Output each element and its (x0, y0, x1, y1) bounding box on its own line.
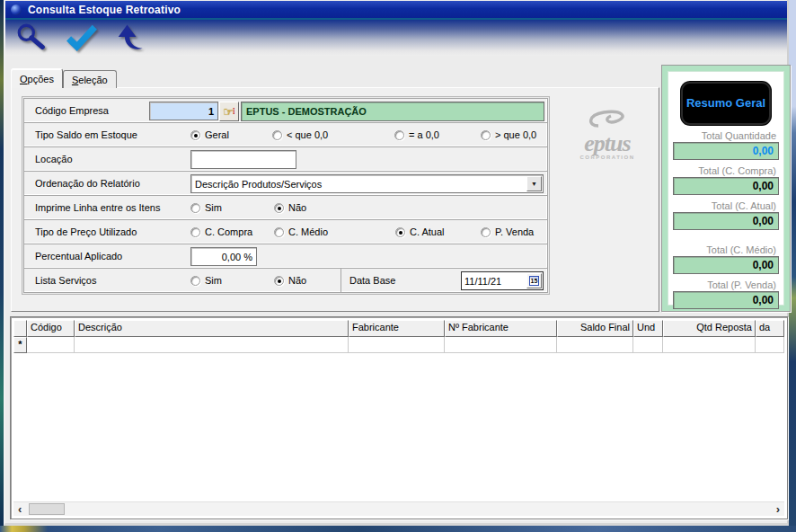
radio-icon (274, 203, 284, 213)
eptus-swirl-icon (582, 108, 632, 131)
tab-selecao[interactable]: Seleção (63, 70, 117, 88)
calendar-button[interactable]: 15 (526, 273, 542, 288)
total-p-venda-value: 0,00 (753, 294, 774, 306)
app-window: Consulta Estoque Retroativo Opções Seleç… (4, 0, 789, 526)
check-icon (66, 23, 98, 52)
radio-menor-que-zero[interactable]: < que 0,0 (272, 129, 328, 140)
grid-new-row: * (13, 337, 784, 353)
tab-page-opcoes: Código Empresa 1 ☞⁞ EPTUS - DEMOSTRAÇÃO … (11, 87, 659, 312)
toolbar (5, 20, 787, 56)
row-codigo-empresa: Código Empresa 1 ☞⁞ EPTUS - DEMOSTRAÇÃO (23, 98, 548, 123)
radio-icon (394, 130, 404, 140)
radio-servicos-sim[interactable]: Sim (190, 275, 222, 286)
eptus-logo-subtitle: CORPORATION (562, 155, 653, 160)
data-base-value[interactable]: 11/11/21 (462, 276, 526, 287)
radio-imprime-sim[interactable]: Sim (190, 202, 222, 213)
grid-cell-fabricante[interactable] (349, 337, 445, 353)
resumo-panel: Resumo Geral Total Quantidade 0,00 Total… (661, 65, 791, 312)
ordenacao-selected-value: Descrição Produtos/Serviços (191, 179, 526, 190)
total-c-medio-label: Total (C. Médio) (673, 244, 779, 255)
codigo-empresa-input[interactable]: 1 (149, 102, 218, 120)
radio-imprime-nao[interactable]: Não (274, 202, 306, 213)
resumo-geral-button[interactable]: Resumo Geral (681, 82, 771, 125)
radio-maior-que-zero[interactable]: > que 0,0 (481, 129, 536, 140)
desktop-wallpaper-bottom (0, 526, 796, 532)
total-c-atual-field: 0,00 (673, 212, 779, 230)
total-c-atual-label: Total (C. Atual) (673, 200, 779, 211)
grid-cell-n-fabricante[interactable] (445, 337, 557, 353)
tipo-preco-label: Tipo de Preço Utilizado (35, 226, 137, 237)
data-base-box: Data Base 11/11/21 15 (341, 268, 548, 293)
grid-cell-saldo-final[interactable] (557, 337, 633, 353)
col-header-und[interactable]: Und (633, 320, 663, 337)
ordenacao-dropdown[interactable]: Descrição Produtos/Serviços ▼ (190, 174, 544, 193)
percentual-input[interactable]: 0,00 % (190, 247, 257, 266)
total-c-medio-value: 0,00 (753, 259, 774, 271)
radio-icon (395, 227, 405, 237)
total-quantidade-label: Total Quantidade (673, 130, 779, 141)
empresa-lookup-button[interactable]: ☞⁞ (219, 102, 239, 121)
grid-cell-und[interactable] (633, 337, 663, 353)
col-header-indicator[interactable] (13, 320, 27, 337)
radio-icon (272, 130, 282, 140)
row-imprime-linha: Imprime Linha entre os Itens Sim Não (23, 195, 548, 220)
radio-c-medio[interactable]: C. Médio (274, 226, 328, 237)
results-grid: Código Descrição Fabricante Nº Fabricant… (10, 316, 788, 519)
eptus-logo-text: eptus (562, 135, 653, 154)
scroll-left-arrow-icon[interactable]: ‹ (18, 502, 22, 516)
radio-icon (190, 203, 200, 213)
row-percentual: Percentual Aplicado 0,00 % (23, 244, 548, 269)
data-base-input[interactable]: 11/11/21 15 (461, 271, 544, 290)
radio-igual-a-zero[interactable]: = a 0,0 (394, 129, 439, 140)
back-arrow-icon (116, 22, 148, 54)
total-c-compra-label: Total (C. Compra) (673, 165, 779, 176)
locacao-label: Locação (35, 154, 73, 164)
lista-servicos-label: Lista Serviços (35, 275, 96, 286)
grid-cell-qtd-reposta[interactable] (663, 337, 756, 353)
row-locacao: Locação (23, 146, 548, 172)
radio-c-atual[interactable]: C. Atual (395, 226, 445, 237)
search-button[interactable] (13, 21, 50, 55)
locacao-input[interactable] (190, 150, 296, 169)
grid-cell-descricao[interactable] (75, 337, 349, 353)
grid-cell-da[interactable] (756, 337, 784, 353)
radio-geral[interactable]: Geral (190, 129, 229, 140)
imprime-linha-label: Imprime Linha entre os Itens (35, 202, 160, 213)
resumo-panel-inner: Resumo Geral Total Quantidade 0,00 Total… (668, 71, 784, 306)
col-header-codigo[interactable]: Código (27, 320, 75, 337)
radio-servicos-nao[interactable]: Não (274, 275, 306, 286)
back-button[interactable] (113, 21, 151, 55)
tab-opcoes[interactable]: Opções (11, 68, 63, 88)
grid-cell-codigo[interactable] (27, 337, 75, 353)
new-row-indicator: * (13, 337, 27, 353)
radio-icon (190, 276, 200, 286)
row-ordenacao: Ordenação do Relatório Descrição Produto… (23, 171, 548, 196)
total-c-compra-field: 0,00 (673, 177, 779, 195)
tipo-saldo-label: Tipo Saldo em Estoque (35, 129, 137, 140)
col-header-saldo-final[interactable]: Saldo Final (557, 320, 633, 337)
col-header-qtd-reposta[interactable]: Qtd Reposta (663, 320, 756, 337)
col-header-fabricante[interactable]: Fabricante (349, 320, 445, 337)
row-tipo-preco: Tipo de Preço Utilizado C. Compra C. Méd… (23, 219, 548, 244)
col-header-da[interactable]: da (756, 320, 784, 337)
empresa-nome-field: EPTUS - DEMOSTRAÇÃO (241, 102, 544, 121)
titlebar: Consulta Estoque Retroativo (5, 1, 787, 18)
lookup-dots-icon: ⁞ (233, 108, 235, 116)
tab-bar: Opções Seleção (11, 68, 117, 88)
data-base-label: Data Base (349, 275, 395, 286)
scroll-right-arrow-icon[interactable]: › (776, 502, 780, 516)
grid-header-row: Código Descrição Fabricante Nº Fabricant… (13, 320, 784, 337)
horizontal-scrollbar[interactable]: ‹ › (13, 501, 784, 516)
col-header-descricao[interactable]: Descrição (75, 320, 349, 337)
confirm-button[interactable] (63, 21, 101, 55)
percentual-label: Percentual Aplicado (35, 251, 122, 262)
radio-icon (481, 227, 491, 237)
scrollbar-thumb[interactable] (29, 503, 65, 515)
dropdown-arrow-icon[interactable]: ▼ (526, 176, 542, 191)
col-header-n-fabricante[interactable]: Nº Fabricante (445, 320, 557, 337)
total-p-venda-field: 0,00 (673, 291, 779, 309)
options-form: Código Empresa 1 ☞⁞ EPTUS - DEMOSTRAÇÃO … (22, 96, 550, 295)
radio-c-compra[interactable]: C. Compra (190, 226, 252, 237)
radio-p-venda[interactable]: P. Venda (481, 226, 534, 237)
window-title: Consulta Estoque Retroativo (28, 4, 181, 16)
